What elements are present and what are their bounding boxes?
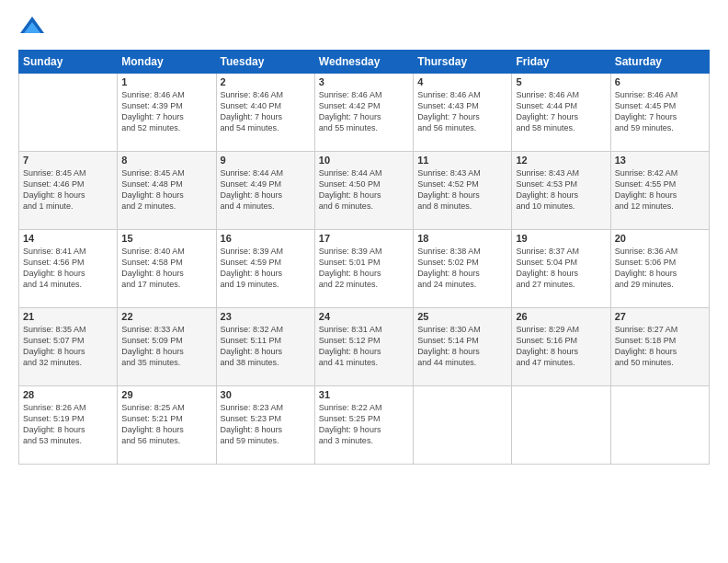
day-number: 6 bbox=[615, 76, 705, 87]
day-number: 17 bbox=[319, 233, 409, 244]
day-of-week-header: Tuesday bbox=[216, 51, 314, 74]
calendar-cell: 6Sunrise: 8:46 AMSunset: 4:45 PMDaylight… bbox=[610, 74, 709, 152]
calendar-cell: 15Sunrise: 8:40 AMSunset: 4:58 PMDayligh… bbox=[118, 230, 216, 308]
calendar-cell: 14Sunrise: 8:41 AMSunset: 4:56 PMDayligh… bbox=[19, 230, 118, 308]
day-number: 23 bbox=[221, 311, 311, 322]
calendar-cell: 20Sunrise: 8:36 AMSunset: 5:06 PMDayligh… bbox=[610, 230, 709, 308]
calendar-cell: 4Sunrise: 8:46 AMSunset: 4:43 PMDaylight… bbox=[414, 74, 512, 152]
day-info: Sunrise: 8:46 AMSunset: 4:43 PMDaylight:… bbox=[417, 89, 507, 134]
day-number: 28 bbox=[23, 389, 113, 400]
day-number: 29 bbox=[121, 389, 211, 400]
day-info: Sunrise: 8:46 AMSunset: 4:42 PMDaylight:… bbox=[319, 89, 409, 134]
day-number: 11 bbox=[417, 155, 507, 166]
calendar-cell: 30Sunrise: 8:23 AMSunset: 5:23 PMDayligh… bbox=[216, 386, 314, 465]
day-number: 15 bbox=[121, 233, 211, 244]
calendar-cell: 25Sunrise: 8:30 AMSunset: 5:14 PMDayligh… bbox=[414, 308, 512, 386]
day-info: Sunrise: 8:46 AMSunset: 4:39 PMDaylight:… bbox=[121, 89, 211, 134]
day-info: Sunrise: 8:41 AMSunset: 4:56 PMDaylight:… bbox=[23, 246, 113, 291]
day-of-week-header: Wednesday bbox=[314, 51, 413, 74]
calendar-week-row: 1Sunrise: 8:46 AMSunset: 4:39 PMDaylight… bbox=[19, 74, 710, 152]
day-number: 7 bbox=[23, 155, 113, 166]
day-number: 25 bbox=[417, 311, 507, 322]
calendar-week-row: 7Sunrise: 8:45 AMSunset: 4:46 PMDaylight… bbox=[19, 152, 710, 230]
calendar-header-row: SundayMondayTuesdayWednesdayThursdayFrid… bbox=[19, 51, 710, 74]
day-number: 27 bbox=[615, 311, 705, 322]
header bbox=[18, 15, 710, 42]
logo-icon bbox=[18, 15, 46, 42]
day-info: Sunrise: 8:31 AMSunset: 5:12 PMDaylight:… bbox=[319, 324, 409, 369]
calendar-cell: 18Sunrise: 8:38 AMSunset: 5:02 PMDayligh… bbox=[414, 230, 512, 308]
calendar-cell: 8Sunrise: 8:45 AMSunset: 4:48 PMDaylight… bbox=[118, 152, 216, 230]
calendar-cell: 27Sunrise: 8:27 AMSunset: 5:18 PMDayligh… bbox=[610, 308, 709, 386]
day-info: Sunrise: 8:38 AMSunset: 5:02 PMDaylight:… bbox=[417, 246, 507, 291]
day-number: 13 bbox=[615, 155, 705, 166]
calendar-cell: 24Sunrise: 8:31 AMSunset: 5:12 PMDayligh… bbox=[314, 308, 413, 386]
calendar-cell: 12Sunrise: 8:43 AMSunset: 4:53 PMDayligh… bbox=[512, 152, 610, 230]
day-info: Sunrise: 8:37 AMSunset: 5:04 PMDaylight:… bbox=[516, 246, 606, 291]
day-info: Sunrise: 8:46 AMSunset: 4:40 PMDaylight:… bbox=[221, 89, 311, 134]
day-number: 16 bbox=[221, 233, 311, 244]
day-info: Sunrise: 8:45 AMSunset: 4:48 PMDaylight:… bbox=[121, 167, 211, 213]
day-number: 14 bbox=[23, 233, 113, 244]
calendar-week-row: 28Sunrise: 8:26 AMSunset: 5:19 PMDayligh… bbox=[19, 386, 710, 465]
day-info: Sunrise: 8:44 AMSunset: 4:50 PMDaylight:… bbox=[319, 167, 409, 213]
calendar-cell: 22Sunrise: 8:33 AMSunset: 5:09 PMDayligh… bbox=[118, 308, 216, 386]
day-number: 24 bbox=[319, 311, 409, 322]
calendar-cell: 3Sunrise: 8:46 AMSunset: 4:42 PMDaylight… bbox=[314, 74, 413, 152]
calendar-cell: 31Sunrise: 8:22 AMSunset: 5:25 PMDayligh… bbox=[314, 386, 413, 465]
day-number: 8 bbox=[121, 155, 211, 166]
calendar-cell: 23Sunrise: 8:32 AMSunset: 5:11 PMDayligh… bbox=[216, 308, 314, 386]
day-number: 19 bbox=[516, 233, 606, 244]
calendar-cell bbox=[19, 74, 118, 152]
calendar-cell: 16Sunrise: 8:39 AMSunset: 4:59 PMDayligh… bbox=[216, 230, 314, 308]
day-info: Sunrise: 8:32 AMSunset: 5:11 PMDaylight:… bbox=[221, 324, 311, 369]
calendar-cell bbox=[414, 386, 512, 465]
day-info: Sunrise: 8:26 AMSunset: 5:19 PMDaylight:… bbox=[23, 402, 113, 447]
day-info: Sunrise: 8:30 AMSunset: 5:14 PMDaylight:… bbox=[417, 324, 507, 369]
day-info: Sunrise: 8:45 AMSunset: 4:46 PMDaylight:… bbox=[23, 167, 113, 213]
calendar-cell: 13Sunrise: 8:42 AMSunset: 4:55 PMDayligh… bbox=[610, 152, 709, 230]
calendar-cell: 21Sunrise: 8:35 AMSunset: 5:07 PMDayligh… bbox=[19, 308, 118, 386]
calendar-cell: 10Sunrise: 8:44 AMSunset: 4:50 PMDayligh… bbox=[314, 152, 413, 230]
day-info: Sunrise: 8:27 AMSunset: 5:18 PMDaylight:… bbox=[615, 324, 705, 369]
calendar-cell: 9Sunrise: 8:44 AMSunset: 4:49 PMDaylight… bbox=[216, 152, 314, 230]
calendar-cell: 26Sunrise: 8:29 AMSunset: 5:16 PMDayligh… bbox=[512, 308, 610, 386]
day-of-week-header: Sunday bbox=[19, 51, 118, 74]
calendar-cell: 29Sunrise: 8:25 AMSunset: 5:21 PMDayligh… bbox=[118, 386, 216, 465]
day-info: Sunrise: 8:46 AMSunset: 4:45 PMDaylight:… bbox=[615, 89, 705, 134]
calendar-cell: 1Sunrise: 8:46 AMSunset: 4:39 PMDaylight… bbox=[118, 74, 216, 152]
day-number: 22 bbox=[121, 311, 211, 322]
day-number: 20 bbox=[615, 233, 705, 244]
day-of-week-header: Friday bbox=[512, 51, 610, 74]
day-info: Sunrise: 8:23 AMSunset: 5:23 PMDaylight:… bbox=[221, 402, 311, 447]
day-info: Sunrise: 8:36 AMSunset: 5:06 PMDaylight:… bbox=[615, 246, 705, 291]
day-number: 5 bbox=[516, 76, 606, 87]
day-info: Sunrise: 8:33 AMSunset: 5:09 PMDaylight:… bbox=[121, 324, 211, 369]
day-info: Sunrise: 8:25 AMSunset: 5:21 PMDaylight:… bbox=[121, 402, 211, 447]
day-info: Sunrise: 8:44 AMSunset: 4:49 PMDaylight:… bbox=[221, 167, 311, 213]
day-info: Sunrise: 8:22 AMSunset: 5:25 PMDaylight:… bbox=[319, 402, 409, 447]
calendar-week-row: 21Sunrise: 8:35 AMSunset: 5:07 PMDayligh… bbox=[19, 308, 710, 386]
calendar-cell: 11Sunrise: 8:43 AMSunset: 4:52 PMDayligh… bbox=[414, 152, 512, 230]
day-of-week-header: Saturday bbox=[610, 51, 709, 74]
day-number: 30 bbox=[221, 389, 311, 400]
day-info: Sunrise: 8:46 AMSunset: 4:44 PMDaylight:… bbox=[516, 89, 606, 134]
day-info: Sunrise: 8:42 AMSunset: 4:55 PMDaylight:… bbox=[615, 167, 705, 213]
day-number: 3 bbox=[319, 76, 409, 87]
day-info: Sunrise: 8:43 AMSunset: 4:52 PMDaylight:… bbox=[417, 167, 507, 213]
day-number: 4 bbox=[417, 76, 507, 87]
calendar-cell: 2Sunrise: 8:46 AMSunset: 4:40 PMDaylight… bbox=[216, 74, 314, 152]
day-number: 26 bbox=[516, 311, 606, 322]
day-info: Sunrise: 8:35 AMSunset: 5:07 PMDaylight:… bbox=[23, 324, 113, 369]
calendar-cell: 28Sunrise: 8:26 AMSunset: 5:19 PMDayligh… bbox=[19, 386, 118, 465]
day-info: Sunrise: 8:43 AMSunset: 4:53 PMDaylight:… bbox=[516, 167, 606, 213]
day-number: 31 bbox=[319, 389, 409, 400]
day-of-week-header: Thursday bbox=[414, 51, 512, 74]
day-number: 9 bbox=[221, 155, 311, 166]
calendar-cell: 19Sunrise: 8:37 AMSunset: 5:04 PMDayligh… bbox=[512, 230, 610, 308]
day-info: Sunrise: 8:39 AMSunset: 4:59 PMDaylight:… bbox=[221, 246, 311, 291]
day-number: 18 bbox=[417, 233, 507, 244]
calendar-cell: 17Sunrise: 8:39 AMSunset: 5:01 PMDayligh… bbox=[314, 230, 413, 308]
page: SundayMondayTuesdayWednesdayThursdayFrid… bbox=[0, 0, 728, 563]
day-info: Sunrise: 8:39 AMSunset: 5:01 PMDaylight:… bbox=[319, 246, 409, 291]
